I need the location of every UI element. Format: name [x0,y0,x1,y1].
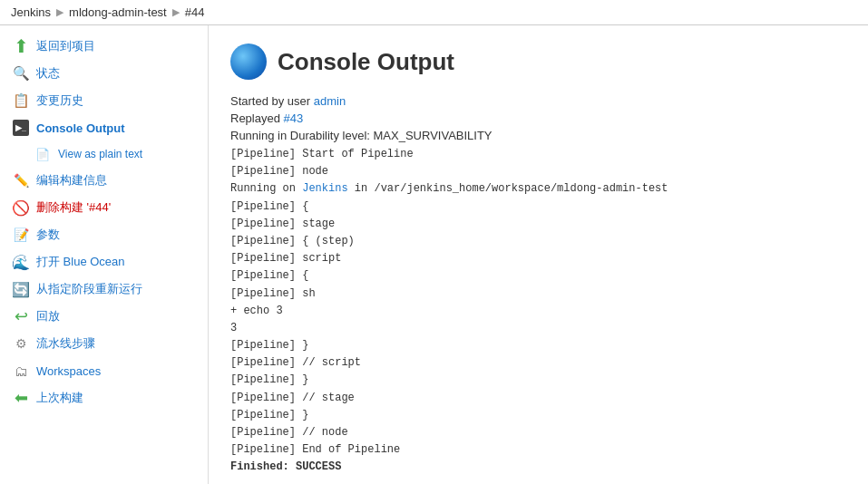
sidebar-item-back[interactable]: ⬆ 返回到项目 [0,33,208,60]
sidebar-label-replay: 从指定阶段重新运行 [36,281,142,297]
page-header: Console Output [230,44,846,80]
breadcrumb-project[interactable]: mldong-admin-test [69,5,167,19]
meta-replayed: Replayed #43 [230,111,846,125]
sidebar-label-plaintext: View as plain text [58,148,142,160]
console-line-rest: [Pipeline] { [Pipeline] stage [Pipeline]… [230,200,400,474]
console-line-running: Running on Jenkins in /var/jenkins_home/… [230,182,668,195]
meta-durability: Running in Durability level: MAX_SURVIVA… [230,129,846,142]
console-output-icon [230,44,267,80]
playback-icon: ↩ [13,308,29,324]
sidebar-item-edit[interactable]: ✏️ 编辑构建信息 [0,167,208,194]
sidebar-label-pipeline: 流水线步骤 [36,335,95,352]
sidebar-label-delete: 删除构建 '#44' [36,199,111,216]
sidebar-item-status[interactable]: 🔍 状态 [0,60,208,87]
sidebar-label-status: 状态 [36,65,60,82]
sidebar-item-console[interactable]: ▶_ Console Output [0,114,208,141]
params-icon: 📝 [13,227,29,243]
sidebar-item-pipeline[interactable]: ⚙ 流水线步骤 [0,330,208,357]
console-icon: ▶_ [13,120,29,136]
sidebar-item-delete[interactable]: 🚫 删除构建 '#44' [0,194,208,221]
sidebar-label-workspaces: Workspaces [36,364,101,378]
sidebar-item-prev-build[interactable]: ⬅ 上次构建 [0,384,208,411]
replay-icon: 🔄 [13,281,29,297]
sidebar-label-console: Console Output [36,121,125,135]
sidebar-item-changes[interactable]: 📋 变更历史 [0,87,208,114]
started-by-label: Started by user [230,94,310,108]
main-content: Console Output Started by user admin Rep… [209,25,868,484]
breadcrumb-arrow-2: ▶ [172,6,180,18]
up-arrow-icon: ⬆ [13,38,29,54]
sidebar-item-plaintext[interactable]: 📄 View as plain text [0,141,208,167]
folder-icon: 🗂 [13,363,29,379]
sidebar-item-ocean[interactable]: 🌊 打开 Blue Ocean [0,248,208,276]
pipeline-icon: ⚙ [13,335,29,352]
replayed-link[interactable]: #43 [284,111,304,125]
user-link[interactable]: admin [314,94,346,108]
console-output: [Pipeline] Start of Pipeline [Pipeline] … [230,146,846,477]
breadcrumb-arrow-1: ▶ [56,6,63,18]
breadcrumb-build: #44 [185,5,205,19]
search-icon: 🔍 [13,65,29,82]
sidebar-label-ocean: 打开 Blue Ocean [36,254,125,270]
plaintext-icon: 📄 [34,146,51,162]
sidebar-label-edit: 编辑构建信息 [36,172,107,189]
breadcrumb-jenkins[interactable]: Jenkins [11,5,51,19]
sidebar-item-replay[interactable]: 🔄 从指定阶段重新运行 [0,276,208,303]
sidebar-item-params[interactable]: 📝 参数 [0,221,208,248]
page-title: Console Output [278,48,454,76]
delete-icon: 🚫 [13,199,29,216]
sidebar-item-playback[interactable]: ↩ 回放 [0,303,208,330]
jenkins-link[interactable]: Jenkins [302,182,347,195]
breadcrumb: Jenkins ▶ mldong-admin-test ▶ #44 [0,0,868,25]
edit-icon: ✏️ [13,172,29,189]
meta-started: Started by user admin [230,94,846,108]
sidebar-label-back: 返回到项目 [36,38,95,54]
sidebar-label-playback: 回放 [36,308,60,324]
history-icon: 📋 [13,92,29,109]
replayed-label: Replayed [230,111,280,125]
sidebar: ⬆ 返回到项目 🔍 状态 📋 变更历史 ▶_ Console Output 📄 … [0,25,209,484]
console-line-0: [Pipeline] Start of Pipeline [Pipeline] … [230,148,414,178]
sidebar-label-prev-build: 上次构建 [36,390,83,406]
sidebar-label-changes: 变更历史 [36,92,83,109]
sidebar-label-params: 参数 [36,227,60,243]
prev-build-icon: ⬅ [13,390,29,406]
ocean-icon: 🌊 [13,254,29,270]
sidebar-item-workspaces[interactable]: 🗂 Workspaces [0,357,208,384]
